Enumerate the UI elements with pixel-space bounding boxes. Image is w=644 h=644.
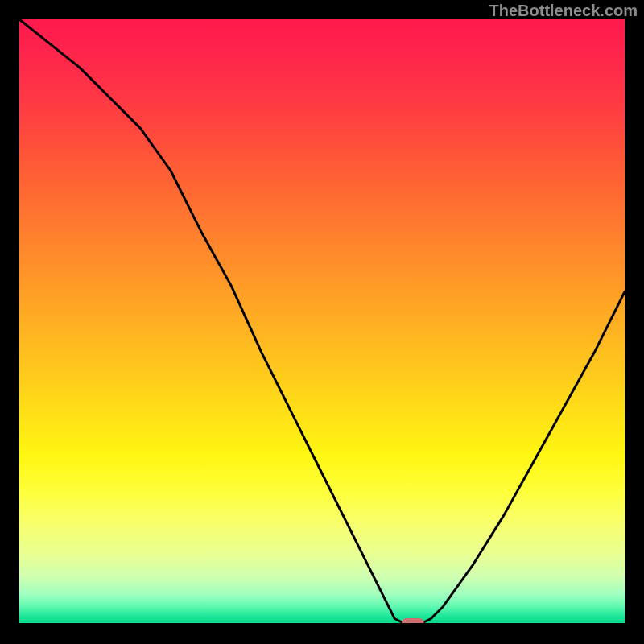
plot-svg bbox=[19, 19, 625, 625]
plot-area bbox=[19, 19, 625, 625]
bottleneck-curve bbox=[19, 19, 625, 625]
watermark: TheBottleneck.com bbox=[489, 2, 638, 20]
chart-container: TheBottleneck.com bbox=[0, 0, 644, 644]
